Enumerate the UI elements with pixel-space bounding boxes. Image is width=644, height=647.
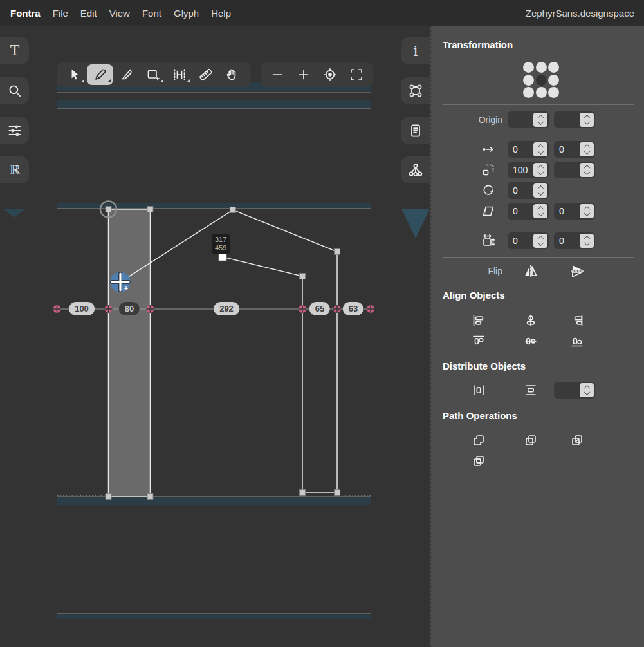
align-left-button[interactable] (470, 312, 488, 329)
dimension-y-input[interactable]: 0 (554, 232, 595, 249)
power-ruler-tool-button[interactable] (166, 64, 192, 85)
flip-horizontal-button[interactable] (522, 263, 540, 279)
translate-y-input[interactable]: 0 (554, 141, 595, 158)
measurement-pill: 65 (309, 302, 330, 315)
scale-x-input[interactable]: 100 (508, 162, 549, 178)
stepper[interactable] (533, 234, 547, 248)
align-objects-title: Align Objects (443, 290, 644, 301)
origin-cell-bottom-left[interactable] (523, 87, 534, 98)
path-union-button[interactable] (470, 432, 488, 449)
translate-x-input[interactable]: 0 (508, 141, 549, 158)
path-intersect-button[interactable] (568, 432, 586, 449)
stepper[interactable] (533, 163, 547, 177)
power-ruler-icon (172, 67, 187, 82)
path-exclude-button[interactable] (470, 453, 488, 469)
scale-y-input[interactable] (554, 162, 595, 178)
sidebar-tab-glyph-search[interactable] (0, 77, 29, 104)
rotate-icon (481, 183, 496, 198)
skew-icon (481, 203, 496, 219)
menu-edit[interactable]: Edit (80, 8, 97, 19)
distribute-value-input[interactable] (554, 382, 595, 399)
pen-tool-button[interactable] (87, 64, 113, 85)
distribute-vertically-button[interactable] (522, 382, 540, 399)
sidebar-tab-selection-transformation[interactable] (401, 77, 430, 104)
stepper[interactable] (533, 113, 547, 127)
menu-glyph[interactable]: Glyph (174, 8, 199, 19)
ruler-tool-button[interactable] (192, 64, 219, 85)
node (335, 249, 340, 255)
sidebar-tab-related-glyphs[interactable] (401, 156, 430, 183)
sidebar-tab-reference-font[interactable]: ℝ (0, 156, 29, 183)
origin-cell-bottom-center[interactable] (536, 87, 547, 98)
distribute-horizontally-button[interactable] (470, 382, 488, 399)
align-bottom-button[interactable] (568, 333, 586, 350)
align-top-button[interactable] (470, 333, 488, 350)
stepper[interactable] (580, 113, 594, 127)
flip-vertical-button[interactable] (568, 263, 586, 279)
origin-cell-top-left[interactable] (523, 62, 534, 73)
skew-x-input[interactable]: 0 (508, 203, 549, 220)
stepper[interactable] (533, 183, 547, 198)
plus-icon (296, 67, 311, 82)
menu-help[interactable]: Help (211, 8, 231, 19)
app-name[interactable]: Fontra (10, 8, 41, 19)
hand-tool-button[interactable] (219, 64, 245, 85)
zoom-toolbar (261, 62, 373, 87)
zoom-fit-button[interactable] (343, 64, 369, 85)
stepper[interactable] (580, 163, 594, 177)
reference-font-icon: ℝ (6, 162, 23, 178)
glyph-editing-surface[interactable] (0, 26, 430, 647)
zoom-to-selection-button[interactable] (317, 64, 344, 85)
origin-cell-middle-left[interactable] (523, 75, 534, 86)
sidebar-tab-designspace-navigation[interactable] (0, 117, 29, 144)
flip-row: Flip (432, 263, 644, 279)
sidebar-tab-text-entry[interactable]: T (0, 37, 29, 64)
menubar: Fontra File Edit View Font Glyph Help Ze… (0, 0, 644, 26)
shape-tool-button[interactable] (140, 64, 166, 85)
dimension-x-input[interactable]: 0 (508, 232, 549, 249)
measurement-pill: 63 (343, 302, 363, 315)
node (147, 207, 153, 212)
transform-bounds-icon (407, 82, 424, 99)
pointer-tool-button[interactable] (60, 64, 87, 85)
locate-icon (322, 67, 338, 82)
origin-cell-middle-right[interactable] (548, 75, 559, 86)
stepper[interactable] (533, 204, 547, 218)
origin-cell-bottom-right[interactable] (548, 87, 559, 98)
stepper[interactable] (580, 142, 594, 156)
menu-view[interactable]: View (109, 8, 130, 19)
menu-font[interactable]: Font (142, 8, 161, 19)
selected-stem-contour[interactable] (109, 209, 151, 496)
align-middle-horizontally-button[interactable] (522, 333, 540, 350)
origin-selector-grid (523, 62, 559, 98)
node (147, 494, 153, 500)
stepper[interactable] (533, 142, 547, 156)
sidebar-tab-glyph-info[interactable]: i (401, 37, 430, 64)
origin-cell-center-selected[interactable] (536, 75, 547, 86)
selected-node[interactable] (219, 253, 226, 261)
align-right-button[interactable] (568, 312, 586, 329)
menu-file[interactable]: File (53, 8, 68, 19)
origin-y-input[interactable] (554, 111, 595, 128)
sidebar-tab-glyph-note[interactable] (401, 117, 430, 144)
stepper[interactable] (580, 234, 594, 248)
zoom-in-button[interactable] (291, 64, 317, 85)
glyph-canvas[interactable]: 100 80 292 65 63 317 459 (0, 26, 430, 647)
exclude-icon (471, 453, 486, 469)
knife-tool-button[interactable] (113, 64, 140, 85)
rotate-input[interactable]: 0 (508, 182, 549, 199)
align-center-vertical-icon (523, 313, 538, 328)
skew-y-input[interactable]: 0 (554, 203, 595, 220)
path-subtract-button[interactable] (522, 432, 540, 449)
align-center-vertically-button[interactable] (522, 312, 540, 329)
origin-cell-top-center[interactable] (536, 62, 547, 73)
origin-x-input[interactable] (508, 111, 549, 128)
subtract-icon (523, 433, 538, 448)
stepper[interactable] (580, 383, 594, 397)
zoom-out-button[interactable] (264, 64, 291, 85)
pen-cursor (111, 272, 131, 292)
divider (443, 257, 634, 258)
origin-cell-top-right[interactable] (548, 62, 559, 73)
stepper[interactable] (580, 204, 594, 218)
align-right-icon (569, 313, 585, 328)
